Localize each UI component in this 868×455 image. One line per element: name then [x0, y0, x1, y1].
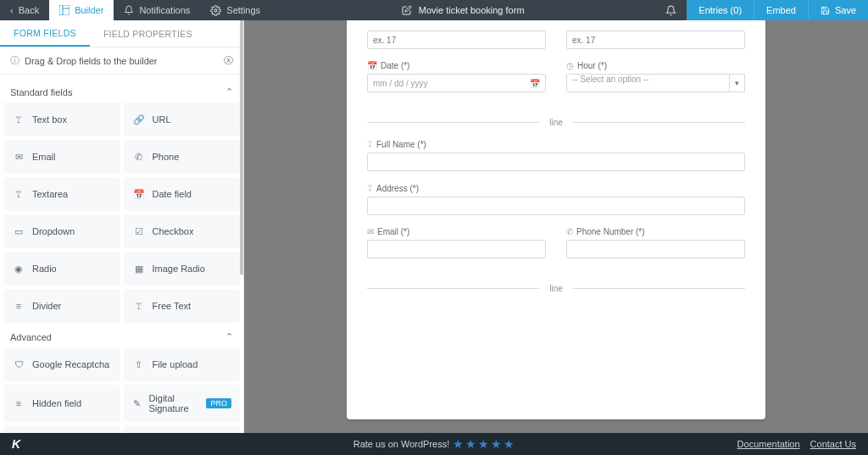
signature-icon: ✎ — [132, 398, 142, 409]
email-label: ✉Email (*) — [367, 227, 546, 236]
svg-rect-0 — [59, 5, 70, 15]
field-hidden[interactable]: ≡Hidden field — [3, 385, 120, 422]
calendar-icon: 📅 — [367, 61, 377, 70]
phone-icon: ✆ — [132, 152, 146, 163]
sidebar: FORM FIELDS FIELD PROPERTIES ⓘ Drag & Dr… — [0, 20, 244, 433]
form-divider: line — [367, 118, 745, 127]
field-recaptcha[interactable]: 🛡Google Recaptcha — [3, 347, 120, 381]
freetext-icon: 𝚃 — [132, 301, 146, 312]
email-input[interactable] — [367, 240, 546, 258]
clock-icon: ◷ — [566, 61, 574, 70]
chevron-up-icon: ⌃ — [225, 86, 233, 97]
upload-icon: ⇧ — [132, 359, 146, 370]
section-advanced[interactable]: Advanced ⌃ — [3, 323, 240, 347]
embed-button[interactable]: Embed — [754, 0, 808, 20]
field-signature[interactable]: ✎Digital SignaturePRO — [124, 385, 241, 422]
rating-stars[interactable]: ★★★★★ — [453, 437, 515, 451]
entries-button[interactable]: Entries (0) — [687, 0, 754, 20]
star-icon: ★ — [491, 437, 502, 451]
field-textarea[interactable]: 𝚃Textarea — [3, 177, 120, 211]
field-radio[interactable]: ◉Radio — [3, 252, 120, 286]
field-fileupload[interactable]: ⇧File upload — [124, 347, 241, 381]
alerts-button[interactable] — [655, 5, 687, 16]
tab-form-fields[interactable]: FORM FIELDS — [0, 20, 90, 47]
layout-icon — [59, 5, 70, 15]
chevron-up-icon: ⌃ — [225, 331, 233, 342]
field-image-radio[interactable]: ▦Image Radio — [124, 252, 241, 286]
star-icon: ★ — [504, 437, 515, 451]
topbar: ‹ Back Builder Notifications Settings Mo… — [0, 0, 868, 20]
hidden-icon: ≡ — [12, 398, 25, 408]
builder-tab[interactable]: Builder — [49, 0, 114, 20]
rate-text: Rate us on WordPress! — [353, 439, 450, 449]
star-icon: ★ — [453, 437, 464, 451]
field-terms[interactable]: ☑Terms and conditions — [124, 425, 241, 433]
link-icon: 🔗 — [132, 114, 146, 125]
divider-icon: ≡ — [12, 301, 25, 311]
form-divider-2: line — [367, 284, 745, 293]
svg-point-3 — [214, 8, 217, 11]
recaptcha-icon: 🛡 — [12, 359, 25, 369]
chevron-left-icon: ‹ — [10, 5, 14, 15]
tab-field-properties[interactable]: FIELD PROPERTIES — [90, 20, 206, 47]
date-label: 📅Date (*) — [367, 61, 546, 70]
field-email[interactable]: ✉Email — [3, 140, 120, 174]
image-radio-icon: ▦ — [132, 264, 146, 275]
text-icon: 𝚃 — [12, 114, 25, 125]
info-icon: ⓘ — [10, 54, 19, 67]
text-icon: 𝚃 — [367, 183, 373, 193]
calendar-picker-icon: 📅 — [530, 79, 540, 88]
pro-badge: PRO — [206, 398, 231, 408]
contact-link[interactable]: Contact Us — [810, 439, 856, 449]
age-input-1[interactable] — [367, 31, 546, 49]
hour-select[interactable]: -- Select an option --▾ — [566, 74, 745, 92]
edit-icon — [402, 5, 412, 15]
fullname-label: 𝚃Full Name (*) — [367, 139, 745, 149]
calendar-icon: 📅 — [132, 189, 146, 200]
star-icon: ★ — [465, 437, 476, 451]
text-icon: 𝚃 — [367, 139, 373, 149]
phone-icon: ✆ — [566, 227, 573, 236]
field-textbox[interactable]: 𝚃Text box — [3, 103, 120, 136]
phone-input[interactable] — [566, 240, 745, 258]
form-preview: 📅Date (*) mm / dd / yyyy📅 ◷Hour (*) -- S… — [347, 20, 765, 419]
footer: K Rate us on WordPress! ★★★★★ Documentat… — [0, 433, 868, 455]
form-canvas[interactable]: 📅Date (*) mm / dd / yyyy📅 ◷Hour (*) -- S… — [244, 20, 868, 433]
back-button[interactable]: ‹ Back — [0, 0, 49, 20]
field-divider[interactable]: ≡Divider — [3, 289, 120, 323]
close-info-icon[interactable]: ⓧ — [224, 54, 233, 67]
bell-icon — [124, 5, 134, 15]
mail-icon: ✉ — [12, 152, 25, 163]
notifications-tab[interactable]: Notifications — [114, 0, 200, 20]
section-standard[interactable]: Standard fields ⌃ — [3, 78, 240, 103]
fullname-input[interactable] — [367, 153, 745, 171]
field-phone[interactable]: ✆Phone — [124, 140, 241, 174]
radio-icon: ◉ — [12, 264, 25, 275]
sidebar-info: ⓘ Drag & Drop fields to the builder ⓧ — [0, 47, 243, 75]
settings-tab[interactable]: Settings — [200, 0, 270, 20]
gear-icon — [210, 5, 221, 16]
documentation-link[interactable]: Documentation — [737, 439, 800, 449]
address-input[interactable] — [367, 197, 745, 215]
field-url[interactable]: 🔗URL — [124, 103, 241, 136]
checkbox-icon: ☑ — [132, 226, 146, 237]
phone-label: ✆Phone Number (*) — [566, 227, 745, 236]
chevron-down-icon: ▾ — [730, 74, 745, 92]
field-checkbox[interactable]: ☑Checkbox — [124, 214, 241, 248]
age-input-2[interactable] — [566, 31, 745, 49]
field-freetext[interactable]: 𝚃Free Text — [124, 289, 241, 323]
form-title-bar[interactable]: Movie ticket booking form — [270, 5, 655, 15]
mail-icon: ✉ — [367, 227, 374, 236]
save-button[interactable]: Save — [808, 0, 868, 20]
field-date[interactable]: 📅Date field — [124, 177, 241, 211]
brand-logo: K — [12, 437, 20, 451]
field-dropdown[interactable]: ▭Dropdown — [3, 214, 120, 248]
star-icon: ★ — [478, 437, 489, 451]
dropdown-icon: ▭ — [12, 226, 25, 237]
textarea-icon: 𝚃 — [12, 189, 25, 200]
hour-label: ◷Hour (*) — [566, 61, 745, 70]
field-gdpr[interactable]: ☑GDPR — [3, 425, 120, 433]
address-label: 𝚃Address (*) — [367, 183, 745, 193]
date-input[interactable]: mm / dd / yyyy📅 — [367, 74, 546, 92]
save-icon — [821, 6, 830, 15]
